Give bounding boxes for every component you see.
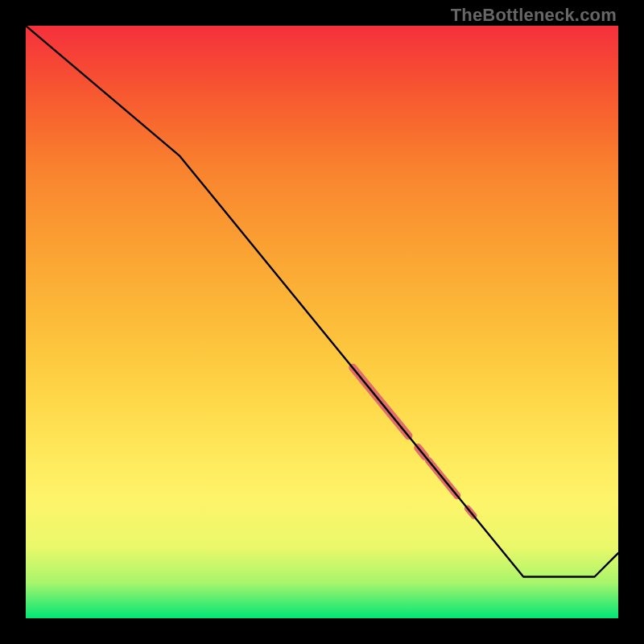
plot-area	[26, 26, 618, 618]
chart-stage: TheBottleneck.com	[0, 0, 644, 644]
attribution-label: TheBottleneck.com	[451, 5, 617, 26]
bottleneck-curve	[26, 26, 618, 577]
curve-svg	[26, 26, 618, 618]
